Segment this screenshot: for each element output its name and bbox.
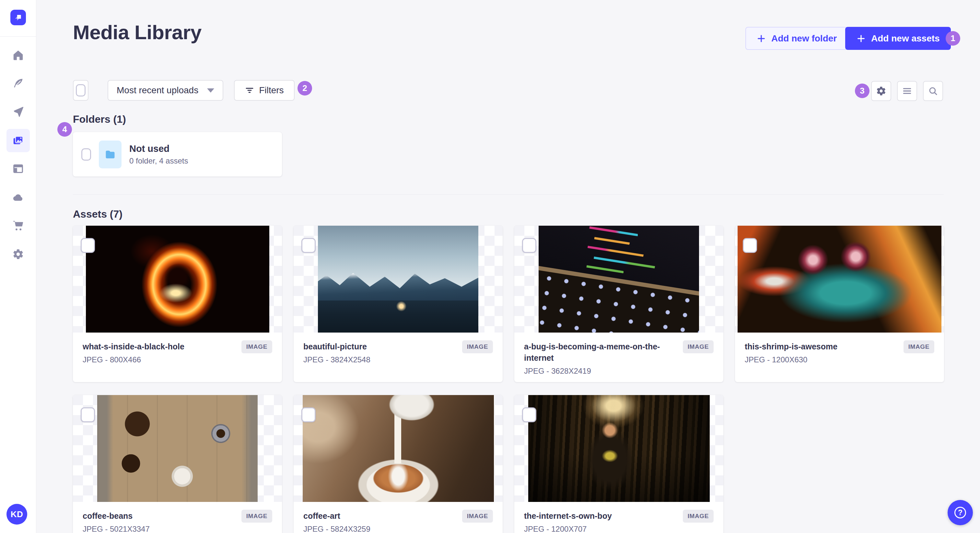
asset-footer: this-shrimp-is-awesome JPEG - 1200X630 I…	[735, 333, 944, 364]
asset-checkbox[interactable]	[301, 238, 316, 253]
select-all-button[interactable]	[73, 80, 89, 101]
asset-name: coffee-art	[303, 510, 455, 522]
sort-select[interactable]: Most recent uploads	[108, 80, 223, 101]
asset-card[interactable]: coffee-beans JPEG - 5021X3347 IMAGE	[73, 395, 282, 533]
asset-footer: coffee-beans JPEG - 5021X3347 IMAGE	[73, 502, 282, 533]
asset-image	[97, 395, 258, 502]
sidebar-item-content-type-builder[interactable]	[6, 157, 30, 180]
asset-name: a-bug-is-becoming-a-meme-on-the-internet	[524, 341, 676, 364]
user-avatar[interactable]: KD	[6, 504, 27, 525]
asset-thumbnail	[294, 226, 503, 333]
asset-card[interactable]: beautiful-picture JPEG - 3824X2548 IMAGE	[294, 226, 503, 382]
folder-name: Not used	[129, 143, 188, 154]
sidebar-item-deploy[interactable]	[6, 186, 30, 209]
sidebar-item-settings[interactable]	[6, 243, 30, 266]
asset-checkbox[interactable]	[522, 238, 536, 253]
asset-footer: the-internet-s-own-boy JPEG - 1200X707 I…	[514, 502, 723, 533]
asset-image	[303, 395, 494, 502]
asset-type-badge: IMAGE	[242, 510, 272, 523]
folder-icon	[104, 148, 116, 160]
asset-meta: JPEG - 1200X707	[524, 525, 714, 533]
asset-type-badge: IMAGE	[242, 340, 272, 353]
page-title: Media Library	[73, 21, 202, 44]
asset-checkbox[interactable]	[301, 408, 316, 422]
asset-footer: beautiful-picture JPEG - 3824X2548 IMAGE	[294, 333, 503, 364]
folder-info: Not used 0 folder, 4 assets	[129, 143, 188, 165]
asset-thumbnail	[735, 226, 944, 333]
gear-icon	[12, 248, 24, 260]
annotation-badge-1: 1	[946, 31, 960, 46]
asset-name: coffee-beans	[83, 510, 234, 522]
asset-image	[318, 226, 478, 333]
asset-checkbox[interactable]	[81, 238, 95, 253]
asset-image	[528, 395, 710, 502]
assets-heading: Assets (7)	[73, 208, 123, 220]
annotation-badge-3: 3	[855, 84, 870, 98]
asset-card[interactable]: what-s-inside-a-black-hole JPEG - 800X46…	[73, 226, 282, 382]
annotation-badge-2: 2	[298, 81, 312, 95]
filters-label: Filters	[259, 85, 283, 95]
add-new-folder-label: Add new folder	[771, 33, 837, 44]
add-new-assets-button[interactable]: Add new assets	[845, 27, 951, 50]
add-new-assets-label: Add new assets	[871, 33, 940, 44]
feather-icon	[12, 78, 24, 89]
search-button[interactable]	[923, 81, 943, 101]
asset-meta: JPEG - 3824X2548	[303, 355, 493, 364]
asset-card[interactable]: coffee-art JPEG - 5824X3259 IMAGE	[294, 395, 503, 533]
select-all-checkbox[interactable]	[76, 84, 86, 97]
asset-meta: JPEG - 5824X3259	[303, 525, 493, 533]
assets-grid: what-s-inside-a-black-hole JPEG - 800X46…	[73, 226, 944, 533]
asset-meta: JPEG - 800X466	[83, 355, 272, 364]
asset-name: this-shrimp-is-awesome	[745, 341, 896, 352]
asset-footer: a-bug-is-becoming-a-meme-on-the-internet…	[514, 333, 723, 376]
asset-checkbox[interactable]	[522, 408, 536, 422]
plus-icon	[756, 34, 766, 43]
list-icon	[902, 86, 912, 96]
sidebar: KD	[0, 0, 36, 533]
asset-image	[539, 226, 699, 333]
asset-meta: JPEG - 5021X3347	[83, 525, 272, 533]
asset-thumbnail	[294, 395, 503, 502]
asset-image	[86, 226, 269, 333]
asset-type-badge: IMAGE	[462, 510, 493, 523]
asset-checkbox[interactable]	[81, 408, 95, 422]
list-view-button[interactable]	[897, 81, 917, 101]
sidebar-item-releases[interactable]	[6, 100, 30, 124]
home-icon	[12, 49, 24, 61]
sidebar-divider	[0, 36, 36, 36]
filters-button[interactable]: Filters	[234, 80, 294, 101]
folder-card[interactable]: Not used 0 folder, 4 assets	[73, 132, 282, 176]
sidebar-item-media-library[interactable]	[6, 129, 30, 152]
asset-thumbnail	[73, 395, 282, 502]
asset-card[interactable]: the-internet-s-own-boy JPEG - 1200X707 I…	[514, 395, 723, 533]
asset-thumbnail	[514, 226, 723, 333]
add-new-folder-button[interactable]: Add new folder	[745, 27, 848, 50]
sidebar-item-home[interactable]	[6, 43, 30, 67]
media-library-icon	[12, 135, 24, 146]
gear-icon	[876, 86, 886, 96]
question-mark-icon: ?	[955, 507, 966, 519]
asset-card[interactable]: a-bug-is-becoming-a-meme-on-the-internet…	[514, 226, 723, 382]
chevron-down-icon	[207, 89, 214, 93]
asset-type-badge: IMAGE	[462, 340, 493, 353]
app-logo[interactable]	[10, 10, 26, 25]
asset-type-badge: IMAGE	[683, 340, 714, 353]
asset-image	[738, 226, 942, 333]
sidebar-item-content-manager[interactable]	[6, 71, 30, 95]
asset-type-badge: IMAGE	[683, 510, 714, 523]
asset-name: beautiful-picture	[303, 341, 455, 352]
configure-view-button[interactable]	[871, 81, 891, 101]
help-button[interactable]: ?	[948, 500, 973, 525]
asset-name: what-s-inside-a-black-hole	[83, 341, 234, 352]
asset-type-badge: IMAGE	[904, 340, 934, 353]
asset-card[interactable]: this-shrimp-is-awesome JPEG - 1200X630 I…	[735, 226, 944, 382]
sidebar-item-marketplace[interactable]	[6, 214, 30, 237]
folder-checkbox[interactable]	[81, 148, 91, 160]
asset-checkbox[interactable]	[743, 238, 757, 253]
asset-meta: JPEG - 1200X630	[745, 355, 934, 364]
cloud-icon	[12, 192, 24, 203]
folder-thumbnail	[99, 141, 121, 168]
search-icon	[928, 86, 938, 96]
folders-heading: Folders (1)	[73, 113, 126, 125]
media-library-page: KD Media Library Add new folder Add new …	[0, 0, 980, 533]
